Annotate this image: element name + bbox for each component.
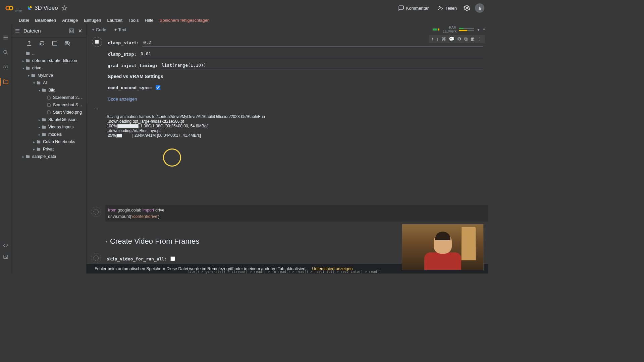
svg-rect-7	[69, 29, 73, 33]
search-icon[interactable]	[2, 49, 9, 56]
tree-item[interactable]: ▸Privat	[13, 145, 85, 153]
section-collapse-icon[interactable]: ▾	[105, 239, 107, 244]
run-cell-button[interactable]	[91, 207, 101, 217]
settings-icon[interactable]	[464, 5, 470, 11]
file-tree: .. ▸deforum-stable-diffusion ▾drive ▾MyD…	[11, 49, 86, 161]
collapse-icon[interactable]: ^	[483, 27, 485, 32]
vars-icon[interactable]: {x}	[2, 64, 9, 70]
menu-insert[interactable]: Einfügen	[84, 18, 101, 23]
run-cell-button[interactable]	[92, 37, 102, 47]
code-snippets-icon[interactable]	[2, 242, 9, 249]
svg-rect-8	[70, 30, 72, 32]
file-panel: Dateien .. ▸deforum-stable-diffusion ▾dr…	[11, 24, 87, 274]
delete-cell-icon[interactable]: 🗑	[470, 36, 475, 42]
mirror-icon[interactable]: ⧉	[464, 36, 468, 42]
terminal-icon[interactable]	[2, 253, 9, 260]
tree-item[interactable]: ▾drive	[13, 64, 85, 72]
link-icon[interactable]: ⌘	[441, 36, 446, 42]
save-error: Speichern fehlgeschlagen	[159, 18, 210, 23]
move-down-icon[interactable]: ↓	[436, 36, 439, 42]
cell-toolbar: ↑ ↓ ⌘ 💬 ⚙ ⧉ 🗑 ⋮	[429, 35, 485, 43]
tree-item[interactable]: ▾AI	[13, 79, 85, 86]
connection-indicator[interactable]	[433, 28, 439, 31]
tree-item[interactable]: ▸StableDiffusion	[13, 116, 85, 123]
svg-point-4	[466, 7, 468, 9]
code-cell[interactable]: from google.colab import drive drive.mou…	[87, 205, 488, 222]
tree-item[interactable]: Screenshot 2023-05-1…	[13, 94, 85, 101]
menu-file[interactable]: Datei	[19, 18, 29, 23]
add-text-button[interactable]: +Text	[112, 26, 128, 33]
tree-item[interactable]: ▸Colab Notebooks	[13, 138, 85, 145]
cell-more-icon[interactable]: ⋮	[478, 36, 482, 42]
form-label: skip_video_for_run_all:	[107, 256, 167, 261]
cell-settings-icon[interactable]: ⚙	[457, 36, 462, 42]
form-label: clamp_stop:	[108, 52, 137, 57]
form-label: clamp_start:	[108, 40, 139, 45]
add-code-button[interactable]: +Code	[90, 26, 108, 33]
tree-item[interactable]: ▸deforum-stable-diffusion	[13, 57, 85, 64]
user-avatar[interactable]: a	[475, 3, 484, 13]
form-label: grad_inject_timing:	[108, 63, 158, 68]
code-cell[interactable]: ↑ ↓ ⌘ 💬 ⚙ ⧉ 🗑 ⋮ clamp_start: clamp_stop:…	[87, 35, 488, 104]
colab-logo	[4, 3, 15, 13]
doc-title[interactable]: 3D Video	[35, 5, 58, 11]
form-label: cond_uncond_sync:	[108, 85, 152, 90]
menu-runtime[interactable]: Laufzeit	[107, 18, 123, 23]
clamp-stop-input[interactable]	[140, 50, 483, 58]
tree-item[interactable]: ▸models	[13, 131, 85, 138]
svg-point-11	[94, 209, 99, 215]
pro-badge: PRO	[15, 9, 22, 13]
comment-button[interactable]: Kommentar	[396, 4, 431, 12]
star-icon[interactable]	[61, 5, 67, 11]
mount-drive-icon[interactable]	[52, 40, 58, 46]
grad-inject-input[interactable]	[161, 61, 483, 69]
move-up-icon[interactable]: ↑	[431, 36, 434, 42]
drive-file-icon	[27, 5, 33, 11]
resource-menu-icon[interactable]: ▾	[477, 27, 480, 32]
svg-point-12	[94, 256, 99, 261]
menu-view[interactable]: Anzeige	[62, 18, 78, 23]
cond-uncond-checkbox[interactable]	[156, 85, 160, 90]
menu-tools[interactable]: Tools	[128, 18, 139, 23]
svg-point-2	[439, 7, 441, 8]
panel-menu-icon[interactable]	[15, 28, 20, 34]
tree-item[interactable]: ▾MyDrive	[13, 72, 85, 79]
popout-icon[interactable]	[69, 28, 74, 34]
run-cell-button[interactable]	[91, 253, 101, 263]
header: PRO 3D Video Kommentar Teilen a	[0, 0, 488, 16]
skip-video-checkbox[interactable]	[170, 256, 175, 261]
resource-labels: RAM Laufwerk	[443, 26, 457, 33]
section-heading: Speed vs VRAM Settings	[108, 74, 483, 79]
webcam-overlay	[402, 224, 484, 270]
refresh-icon[interactable]	[39, 40, 45, 46]
svg-rect-6	[4, 255, 8, 259]
menu-edit[interactable]: Bearbeiten	[35, 18, 56, 23]
show-code-link[interactable]: Code anzeigen	[108, 97, 483, 102]
tree-item[interactable]: Start Video.png	[13, 109, 85, 116]
toc-icon[interactable]	[2, 34, 9, 41]
tree-item[interactable]: Screenshot Schnipps.…	[13, 101, 85, 109]
close-icon[interactable]	[77, 28, 83, 34]
menu-help[interactable]: Hilfe	[145, 18, 153, 23]
hide-icon[interactable]	[64, 40, 70, 46]
cell-output: ⋯ Saving animation frames to /content/dr…	[87, 106, 488, 203]
tree-item[interactable]: ▾Bild	[13, 86, 85, 94]
files-title: Dateien	[23, 28, 41, 34]
output-menu-icon[interactable]: ⋯	[94, 106, 98, 111]
stack-trace: file() > generate() > stream() > read() …	[187, 270, 488, 274]
upload-icon[interactable]	[26, 40, 32, 46]
left-rail: {x}	[0, 24, 11, 274]
section-title: Create Video From Frames	[110, 237, 199, 246]
tree-item[interactable]: ▸Videos Inputs	[13, 123, 85, 131]
menubar: Datei Bearbeiten Anzeige Einfügen Laufze…	[0, 16, 488, 24]
comment-cell-icon[interactable]: 💬	[449, 36, 454, 42]
files-icon[interactable]	[2, 78, 9, 85]
svg-point-5	[4, 50, 7, 53]
svg-point-3	[441, 8, 443, 9]
tree-item[interactable]: ▸sample_data	[13, 153, 85, 160]
share-button[interactable]: Teilen	[435, 4, 459, 12]
svg-rect-10	[95, 40, 99, 44]
tree-dotdot[interactable]: ..	[13, 50, 85, 57]
resource-bars[interactable]	[459, 28, 474, 31]
